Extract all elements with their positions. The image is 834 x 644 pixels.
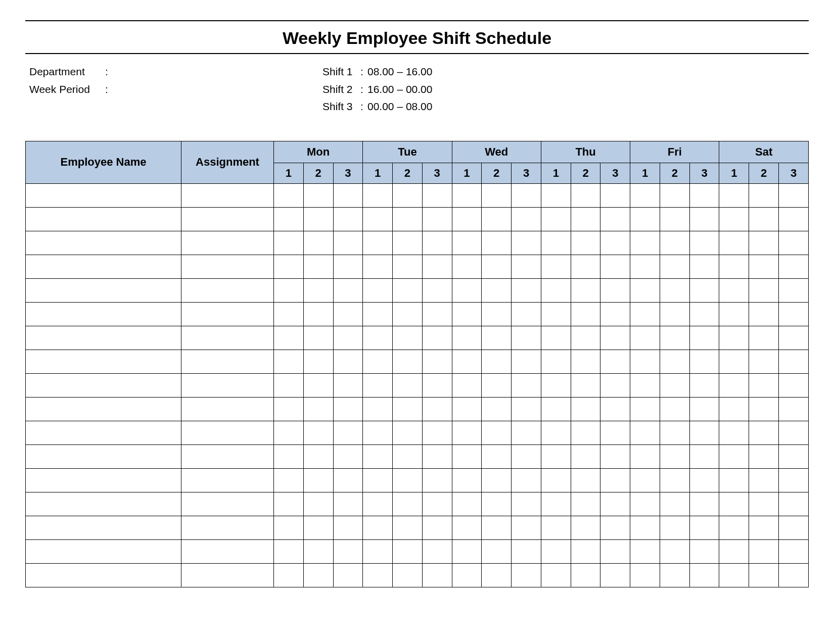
cell-shift <box>422 539 452 563</box>
page-title: Weekly Employee Shift Schedule <box>25 25 809 53</box>
cell-shift <box>600 563 630 587</box>
cell-shift <box>689 350 719 373</box>
header-day: Tue <box>363 141 452 163</box>
cell-shift <box>779 397 809 421</box>
cell-shift <box>749 516 779 539</box>
header-shift: 3 <box>689 163 719 183</box>
cell-shift <box>512 326 541 350</box>
cell-shift <box>482 397 512 421</box>
cell-shift <box>600 278 630 302</box>
cell-shift <box>363 421 393 444</box>
cell-shift <box>363 255 393 278</box>
cell-shift <box>689 516 719 539</box>
cell-shift <box>303 444 333 468</box>
cell-shift <box>274 302 304 326</box>
cell-shift <box>719 326 749 350</box>
cell-assignment <box>181 278 274 302</box>
cell-shift <box>422 373 452 397</box>
cell-shift <box>512 302 541 326</box>
cell-assignment <box>181 397 274 421</box>
cell-shift <box>630 468 660 492</box>
cell-shift <box>660 302 689 326</box>
cell-shift <box>719 278 749 302</box>
cell-shift <box>512 278 541 302</box>
shift3-label: Shift 3 <box>322 98 360 116</box>
cell-employee-name <box>26 373 181 397</box>
cell-shift <box>630 397 660 421</box>
cell-shift <box>393 350 423 373</box>
cell-assignment <box>181 183 274 207</box>
cell-shift <box>630 563 660 587</box>
cell-shift <box>482 516 512 539</box>
cell-shift <box>452 468 482 492</box>
cell-shift <box>393 231 423 255</box>
cell-shift <box>452 302 482 326</box>
cell-shift <box>600 207 630 231</box>
header-day: Thu <box>541 141 630 163</box>
department-label: Department <box>29 63 105 81</box>
cell-shift <box>512 468 541 492</box>
cell-assignment <box>181 516 274 539</box>
cell-shift <box>571 468 600 492</box>
cell-employee-name <box>26 183 181 207</box>
cell-employee-name <box>26 207 181 231</box>
cell-shift <box>303 397 333 421</box>
header-shift: 2 <box>571 163 600 183</box>
cell-shift <box>541 231 571 255</box>
cell-shift <box>482 563 512 587</box>
cell-shift <box>779 373 809 397</box>
cell-shift <box>333 183 363 207</box>
cell-assignment <box>181 468 274 492</box>
cell-shift <box>660 563 689 587</box>
cell-shift <box>333 421 363 444</box>
cell-shift <box>512 183 541 207</box>
cell-shift <box>393 302 423 326</box>
cell-shift <box>630 255 660 278</box>
cell-shift <box>749 421 779 444</box>
cell-shift <box>422 302 452 326</box>
header-shift: 1 <box>363 163 393 183</box>
cell-shift <box>630 302 660 326</box>
cell-shift <box>749 278 779 302</box>
cell-shift <box>779 350 809 373</box>
cell-shift <box>274 373 304 397</box>
cell-shift <box>512 255 541 278</box>
cell-shift <box>630 183 660 207</box>
table-row <box>26 302 809 326</box>
cell-shift <box>689 492 719 516</box>
cell-shift <box>571 350 600 373</box>
cell-shift <box>303 326 333 350</box>
cell-shift <box>274 231 304 255</box>
cell-employee-name <box>26 444 181 468</box>
cell-shift <box>600 539 630 563</box>
cell-shift <box>779 183 809 207</box>
cell-shift <box>600 492 630 516</box>
cell-shift <box>719 563 749 587</box>
meta-left: Department : Week Period : <box>25 63 322 116</box>
cell-shift <box>719 492 749 516</box>
cell-shift <box>571 563 600 587</box>
cell-shift <box>660 539 689 563</box>
header-shift: 3 <box>422 163 452 183</box>
cell-shift <box>422 468 452 492</box>
shift1-label: Shift 1 <box>322 63 360 81</box>
cell-shift <box>452 421 482 444</box>
header-shift: 1 <box>274 163 304 183</box>
table-row <box>26 444 809 468</box>
cell-shift <box>482 183 512 207</box>
header-shift: 1 <box>630 163 660 183</box>
cell-shift <box>779 468 809 492</box>
cell-shift <box>630 492 660 516</box>
colon: : <box>360 81 367 98</box>
cell-shift <box>512 373 541 397</box>
cell-shift <box>719 444 749 468</box>
cell-shift <box>303 516 333 539</box>
cell-shift <box>452 563 482 587</box>
cell-assignment <box>181 207 274 231</box>
cell-shift <box>541 468 571 492</box>
cell-shift <box>719 302 749 326</box>
cell-shift <box>541 350 571 373</box>
cell-shift <box>363 516 393 539</box>
cell-shift <box>393 421 423 444</box>
cell-shift <box>333 302 363 326</box>
